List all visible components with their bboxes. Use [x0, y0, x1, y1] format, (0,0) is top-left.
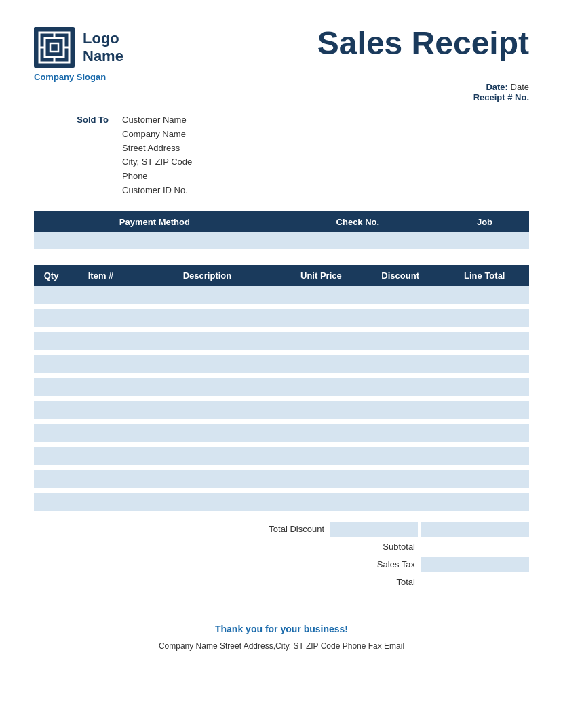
- table-row[interactable]: [34, 470, 529, 488]
- row-spacer: [34, 373, 529, 378]
- item-cell[interactable]: [133, 332, 282, 350]
- item-cell[interactable]: [69, 355, 133, 373]
- item-cell[interactable]: [34, 309, 69, 327]
- item-cell[interactable]: [440, 309, 529, 327]
- item-cell[interactable]: [361, 332, 440, 350]
- table-row[interactable]: [34, 355, 529, 373]
- total-value[interactable]: [421, 575, 529, 590]
- total-label: Total: [347, 577, 415, 587]
- item-cell[interactable]: [69, 470, 133, 488]
- item-cell[interactable]: [282, 355, 361, 373]
- description-header: Description: [133, 265, 282, 286]
- table-row[interactable]: [34, 447, 529, 465]
- table-row[interactable]: [34, 286, 529, 304]
- item-cell[interactable]: [34, 470, 69, 488]
- subtotal-label: Subtotal: [347, 542, 415, 552]
- logo-area: Logo Name: [34, 27, 123, 68]
- item-cell[interactable]: [361, 447, 440, 465]
- item-cell[interactable]: [34, 493, 69, 511]
- item-cell[interactable]: [34, 355, 69, 373]
- table-row[interactable]: [34, 378, 529, 396]
- item-cell[interactable]: [361, 286, 440, 304]
- item-cell[interactable]: [133, 355, 282, 373]
- table-row[interactable]: [34, 493, 529, 511]
- company-slogan: Company Slogan: [34, 72, 529, 82]
- payment-table: Payment Method Check No. Job: [34, 211, 529, 249]
- table-row[interactable]: [34, 424, 529, 442]
- check-no-header: Check No.: [275, 211, 440, 232]
- item-cell[interactable]: [34, 332, 69, 350]
- item-cell[interactable]: [440, 424, 529, 442]
- item-cell[interactable]: [282, 309, 361, 327]
- job-cell[interactable]: [440, 232, 529, 249]
- item-cell[interactable]: [440, 286, 529, 304]
- total-discount-value2[interactable]: [421, 522, 529, 537]
- item-cell[interactable]: [34, 378, 69, 396]
- item-cell[interactable]: [282, 424, 361, 442]
- item-cell[interactable]: [133, 424, 282, 442]
- item-cell[interactable]: [69, 424, 133, 442]
- item-cell[interactable]: [361, 424, 440, 442]
- item-cell[interactable]: [440, 447, 529, 465]
- item-cell[interactable]: [282, 493, 361, 511]
- item-cell[interactable]: [34, 401, 69, 419]
- sold-to-label: Sold To: [34, 113, 122, 198]
- item-cell[interactable]: [69, 493, 133, 511]
- meta-info: Date: Date Receipt # No.: [34, 82, 529, 102]
- item-cell[interactable]: [133, 401, 282, 419]
- item-cell[interactable]: [69, 309, 133, 327]
- payment-method-cell[interactable]: [34, 232, 275, 249]
- total-discount-label: Total Discount: [236, 524, 324, 534]
- item-cell[interactable]: [133, 470, 282, 488]
- item-cell[interactable]: [440, 332, 529, 350]
- item-cell[interactable]: [133, 309, 282, 327]
- item-cell[interactable]: [361, 493, 440, 511]
- item-cell[interactable]: [282, 332, 361, 350]
- item-cell[interactable]: [69, 332, 133, 350]
- item-cell[interactable]: [133, 378, 282, 396]
- item-cell[interactable]: [69, 286, 133, 304]
- row-spacer: [34, 488, 529, 493]
- subtotal-value[interactable]: [421, 540, 529, 554]
- unit-price-header: Unit Price: [282, 265, 361, 286]
- table-row[interactable]: [34, 309, 529, 327]
- item-cell[interactable]: [34, 447, 69, 465]
- item-cell[interactable]: [282, 286, 361, 304]
- item-cell[interactable]: [440, 493, 529, 511]
- item-cell[interactable]: [440, 355, 529, 373]
- item-cell[interactable]: [34, 286, 69, 304]
- item-cell[interactable]: [361, 470, 440, 488]
- table-row[interactable]: [34, 332, 529, 350]
- item-cell[interactable]: [69, 378, 133, 396]
- item-cell[interactable]: [440, 401, 529, 419]
- item-cell[interactable]: [361, 309, 440, 327]
- item-cell[interactable]: [133, 286, 282, 304]
- receipt-label: Receipt # No.: [473, 92, 529, 102]
- item-cell[interactable]: [440, 378, 529, 396]
- footer-company-info: Company Name Street Address,City, ST ZIP…: [34, 641, 529, 651]
- item-cell[interactable]: [133, 493, 282, 511]
- row-spacer: [34, 442, 529, 447]
- table-row[interactable]: [34, 401, 529, 419]
- item-cell[interactable]: [361, 355, 440, 373]
- check-no-cell[interactable]: [275, 232, 440, 249]
- item-cell[interactable]: [282, 447, 361, 465]
- title-area: Sales Receipt: [317, 27, 529, 60]
- total-discount-value1[interactable]: [330, 522, 418, 537]
- item-cell[interactable]: [361, 401, 440, 419]
- thank-you-text: Thank you for your business!: [34, 624, 529, 634]
- item-cell[interactable]: [69, 401, 133, 419]
- item-header: Item #: [69, 265, 133, 286]
- sales-tax-value[interactable]: [421, 557, 529, 572]
- sales-tax-row: Sales Tax: [34, 557, 529, 572]
- item-cell[interactable]: [133, 447, 282, 465]
- item-cell[interactable]: [69, 447, 133, 465]
- item-cell[interactable]: [282, 401, 361, 419]
- item-cell[interactable]: [440, 470, 529, 488]
- sold-to-section: Sold To Customer Name Company Name Stree…: [34, 113, 529, 198]
- item-cell[interactable]: [282, 470, 361, 488]
- item-cell[interactable]: [34, 424, 69, 442]
- logo-icon: [34, 27, 75, 68]
- item-cell[interactable]: [282, 378, 361, 396]
- item-cell[interactable]: [361, 378, 440, 396]
